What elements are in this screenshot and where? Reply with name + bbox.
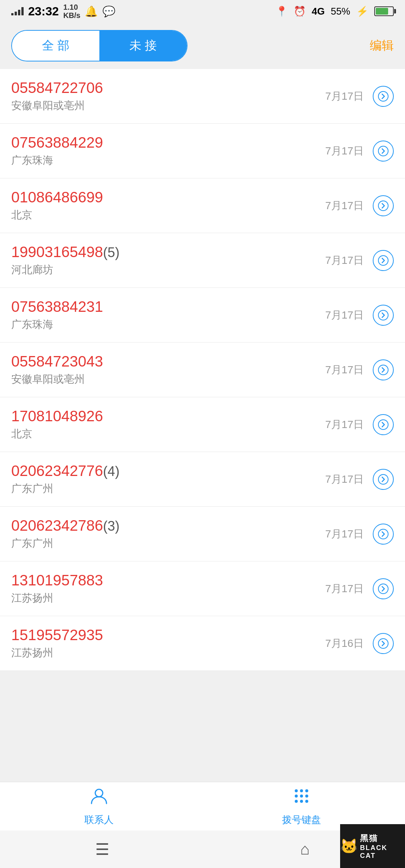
call-date: 7月17日 [325, 199, 364, 213]
call-info: 05584723043安徽阜阳或亳州 [11, 353, 325, 386]
network-type: 4G [312, 6, 325, 17]
home-nav-button[interactable]: ⌂ [300, 840, 309, 858]
call-list-item[interactable]: 13101957883江苏扬州7月17日 [0, 561, 405, 616]
svg-point-15 [295, 795, 298, 798]
nav-contacts[interactable]: 联系人 [84, 786, 114, 826]
blackcat-watermark: 🐱 黑猫 BLACK CAT [340, 824, 405, 868]
call-list-item[interactable]: 07563884229广东珠海7月17日 [0, 124, 405, 178]
call-number: 05584723043 [11, 353, 325, 370]
call-date: 7月17日 [325, 527, 364, 541]
call-location: 广东广州 [11, 536, 325, 551]
status-left: 23:32 1.10 KB/s 🔔 💬 [11, 3, 116, 19]
bottom-nav: 联系人 拨号键盘 [0, 782, 405, 831]
svg-point-5 [378, 365, 388, 375]
call-number: 02062342776(4) [11, 462, 325, 479]
status-time: 23:32 [28, 4, 59, 18]
call-detail-arrow[interactable] [373, 469, 394, 490]
call-location: 广东珠海 [11, 317, 325, 332]
svg-point-12 [295, 789, 298, 792]
call-list-item[interactable]: 02062342776(4)广东广州7月17日 [0, 452, 405, 507]
svg-point-4 [378, 310, 388, 320]
call-list-item[interactable]: 05584722706安徽阜阳或亳州7月17日 [0, 69, 405, 124]
svg-point-6 [378, 420, 388, 430]
call-location: 广东珠海 [11, 153, 325, 168]
call-detail-arrow[interactable] [373, 250, 394, 271]
call-info: 19903165498(5)河北廊坊 [11, 244, 325, 277]
call-info: 07563884231广东珠海 [11, 298, 325, 332]
call-location: 北京 [11, 208, 325, 222]
call-date: 7月17日 [325, 472, 364, 486]
status-right: 📍 ⏰ 4G 55% ⚡ [276, 6, 394, 17]
svg-point-18 [295, 800, 298, 803]
svg-point-1 [378, 146, 388, 156]
battery-percent: 55% [331, 6, 350, 17]
call-number: 13101957883 [11, 572, 325, 589]
edit-button[interactable]: 编辑 [370, 37, 394, 54]
call-list-item[interactable]: 01086486699北京7月17日 [0, 178, 405, 233]
svg-point-8 [378, 529, 388, 539]
call-number: 15195572935 [11, 627, 325, 644]
menu-nav-button[interactable]: ☰ [95, 840, 110, 859]
call-detail-arrow[interactable] [373, 195, 394, 216]
call-number: 07563884231 [11, 298, 325, 315]
alarm-icon: ⏰ [294, 6, 306, 17]
blackcat-chinese: 黑猫 [360, 833, 405, 844]
svg-point-7 [378, 474, 388, 484]
call-number: 17081048926 [11, 408, 325, 425]
call-detail-arrow[interactable] [373, 359, 394, 380]
call-detail-arrow[interactable] [373, 633, 394, 654]
svg-point-14 [305, 789, 308, 792]
call-detail-arrow[interactable] [373, 578, 394, 599]
call-info: 05584722706安徽阜阳或亳州 [11, 79, 325, 113]
call-count: (3) [103, 518, 120, 534]
location-icon: 📍 [276, 6, 288, 17]
call-list-item[interactable]: 05584723043安徽阜阳或亳州7月17日 [0, 343, 405, 397]
speed-indicator: 1.10 KB/s [63, 3, 81, 19]
message-icon: 💬 [102, 5, 116, 18]
call-date: 7月17日 [325, 144, 364, 158]
home-nav-icon: ⌂ [300, 840, 309, 858]
call-number: 05584722706 [11, 79, 325, 96]
call-list-item[interactable]: 15195572935江苏扬州7月16日 [0, 616, 405, 671]
signal-icon [11, 7, 24, 15]
svg-point-3 [378, 256, 388, 265]
svg-point-9 [378, 584, 388, 594]
call-date: 7月17日 [325, 418, 364, 432]
svg-point-11 [95, 789, 103, 797]
call-list-item[interactable]: 07563884231广东珠海7月17日 [0, 288, 405, 343]
call-detail-arrow[interactable] [373, 305, 394, 326]
call-date: 7月17日 [325, 582, 364, 596]
call-count: (5) [103, 245, 120, 260]
battery-icon [374, 6, 394, 16]
svg-point-13 [300, 789, 303, 792]
call-number: 19903165498(5) [11, 244, 325, 260]
call-list-item[interactable]: 17081048926北京7月17日 [0, 397, 405, 452]
system-nav-bar: ☰ ⌂ 🐱 黑猫 BLACK CAT [0, 831, 405, 868]
blackcat-icon: 🐱 [340, 838, 358, 855]
status-bar: 23:32 1.10 KB/s 🔔 💬 📍 ⏰ 4G 55% ⚡ [0, 0, 405, 22]
call-number: 01086486699 [11, 189, 325, 206]
call-location: 北京 [11, 427, 325, 441]
call-info: 15195572935江苏扬州 [11, 627, 325, 660]
svg-point-19 [300, 800, 303, 803]
call-detail-arrow[interactable] [373, 141, 394, 162]
nav-dialpad[interactable]: 拨号键盘 [282, 786, 321, 826]
svg-point-2 [378, 201, 388, 211]
tab-all[interactable]: 全 部 [12, 31, 99, 61]
call-date: 7月17日 [325, 308, 364, 322]
svg-point-20 [305, 800, 308, 803]
contacts-icon [89, 786, 109, 810]
call-date: 7月17日 [325, 363, 364, 377]
call-info: 13101957883江苏扬州 [11, 572, 325, 605]
call-detail-arrow[interactable] [373, 414, 394, 435]
notification-icon: 🔔 [85, 5, 98, 18]
call-count: (4) [103, 464, 120, 479]
call-date: 7月17日 [325, 253, 364, 268]
call-detail-arrow[interactable] [373, 86, 394, 107]
charging-icon: ⚡ [356, 6, 368, 17]
call-list-item[interactable]: 02062342786(3)广东广州7月17日 [0, 507, 405, 561]
call-detail-arrow[interactable] [373, 524, 394, 545]
tab-bar: 全 部 未 接 编辑 [0, 22, 405, 69]
call-list-item[interactable]: 19903165498(5)河北廊坊7月17日 [0, 233, 405, 288]
tab-missed[interactable]: 未 接 [99, 31, 187, 61]
